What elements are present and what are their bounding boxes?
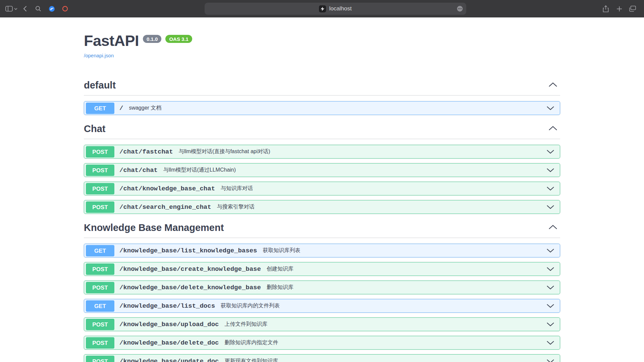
chevron-up-icon <box>548 225 557 231</box>
endpoint-summary: 与llm模型对话(通过LLMChain) <box>163 167 236 174</box>
endpoint-path: /knowledge_base/delete_knowledge_base <box>119 284 261 291</box>
endpoint-path: / <box>119 105 123 112</box>
endpoint-row[interactable]: GET /knowledge_base/list_knowledge_bases… <box>84 244 560 257</box>
chevron-down-icon <box>542 267 554 271</box>
section-endpoints: POST /chat/fastchat 与llm模型对话(直接与fastchat… <box>84 145 560 214</box>
oas-badge: OAS 3.1 <box>165 35 192 43</box>
chevron-down-icon <box>542 322 554 326</box>
endpoint-row[interactable]: POST /knowledge_base/upload_doc 上传文件到知识库 <box>84 317 560 331</box>
endpoint-summary: 与llm模型对话(直接与fastchat api对话) <box>179 148 270 155</box>
ellipsis-circle-icon[interactable] <box>457 6 463 13</box>
endpoint-path: /knowledge_base/delete_doc <box>119 339 219 347</box>
endpoint-path: /knowledge_base/create_knowledge_base <box>119 265 261 273</box>
method-badge: POST <box>86 263 114 275</box>
method-badge: POST <box>86 201 114 213</box>
method-badge: GET <box>86 300 114 312</box>
section-title: default <box>84 80 116 91</box>
endpoint-path: /chat/search_engine_chat <box>119 203 211 211</box>
chevron-down-icon <box>542 168 554 172</box>
share-icon <box>603 5 609 12</box>
endpoint-summary: 获取知识库内的文件列表 <box>221 302 280 309</box>
toolbar-left-group <box>5 3 71 14</box>
method-badge: GET <box>86 103 114 114</box>
address-bar[interactable]: localhost <box>205 3 466 15</box>
back-button[interactable] <box>19 3 31 14</box>
method-badge: POST <box>86 146 114 158</box>
endpoint-row[interactable]: POST /chat/fastchat 与llm模型对话(直接与fastchat… <box>84 145 560 159</box>
method-badge: POST <box>86 183 114 194</box>
sidebar-icon <box>5 5 13 12</box>
share-button[interactable] <box>600 3 612 14</box>
method-badge: POST <box>86 282 114 293</box>
endpoint-row[interactable]: POST /chat/chat 与llm模型对话(通过LLMChain) <box>84 163 560 177</box>
endpoint-path: /chat/chat <box>119 167 158 174</box>
back-icon <box>23 6 27 12</box>
endpoint-row[interactable]: POST /knowledge_base/delete_knowledge_ba… <box>84 281 560 294</box>
section-endpoints: GET / swagger 文档 <box>84 101 560 115</box>
endpoint-row[interactable]: GET / swagger 文档 <box>84 101 560 115</box>
section-header[interactable]: default <box>84 76 560 96</box>
chevron-down-icon <box>542 359 554 362</box>
section-header[interactable]: Knowledge Base Management <box>84 219 560 238</box>
search-icon <box>35 6 41 12</box>
new-tab-button[interactable] <box>613 3 625 14</box>
endpoint-summary: 删除知识库 <box>267 284 293 291</box>
section-endpoints: GET /knowledge_base/list_knowledge_bases… <box>84 244 560 362</box>
tab-overview-button[interactable] <box>627 3 639 14</box>
page-title: FastAPI <box>84 32 139 50</box>
swagger-ui-page: FastAPI 0.1.0 OAS 3.1 /openapi.json defa… <box>84 17 560 362</box>
endpoint-path: /knowledge_base/upload_doc <box>119 321 219 328</box>
chevron-down-icon <box>542 304 554 308</box>
endpoint-row[interactable]: POST /knowledge_base/delete_doc 删除知识库内指定… <box>84 336 560 350</box>
chevron-up-icon <box>548 126 557 132</box>
site-favicon-lightning-icon <box>319 5 326 12</box>
chevron-down-icon <box>542 285 554 290</box>
openapi-spec-link[interactable]: /openapi.json <box>84 53 114 58</box>
endpoint-summary: 删除知识库内指定文件 <box>224 339 278 346</box>
browser-toolbar: localhost <box>0 0 644 17</box>
endpoint-summary: 更新现有文件到知识库 <box>224 358 278 362</box>
endpoint-row[interactable]: GET /knowledge_base/list_docs 获取知识库内的文件列… <box>84 299 560 313</box>
endpoint-path: /chat/knowledge_base_chat <box>119 185 215 192</box>
section-title: Knowledge Base Management <box>84 222 224 233</box>
method-badge: POST <box>86 356 114 362</box>
pinned-app-button-2[interactable] <box>59 3 71 14</box>
sidebar-toggle-button[interactable] <box>5 3 17 14</box>
pinned-app-button-1[interactable] <box>46 3 58 14</box>
version-badge: 0.1.0 <box>143 35 161 43</box>
ring-app-icon <box>62 6 68 12</box>
tab-overview-icon <box>629 6 636 12</box>
search-button[interactable] <box>32 3 44 14</box>
chevron-down-icon <box>542 205 554 209</box>
endpoint-summary: 上传文件到知识库 <box>224 321 267 328</box>
method-badge: POST <box>86 165 114 176</box>
endpoint-row[interactable]: POST /knowledge_base/create_knowledge_ba… <box>84 262 560 276</box>
api-section: Chat POST /chat/fastchat 与llm模型对话(直接与fas… <box>84 120 560 214</box>
endpoint-path: /knowledge_base/update_doc <box>119 358 219 362</box>
endpoint-summary: 与搜索引擎对话 <box>217 203 255 210</box>
endpoint-row[interactable]: POST /knowledge_base/update_doc 更新现有文件到知… <box>84 354 560 362</box>
api-sections: default GET / swagger 文档 Chat <box>84 76 560 362</box>
endpoint-row[interactable]: POST /chat/knowledge_base_chat 与知识库对话 <box>84 182 560 195</box>
endpoint-path: /knowledge_base/list_docs <box>119 302 215 310</box>
endpoint-summary: swagger 文档 <box>129 105 161 112</box>
section-header[interactable]: Chat <box>84 120 560 139</box>
section-title: Chat <box>84 123 105 134</box>
chevron-down-icon <box>14 8 17 10</box>
url-text: localhost <box>329 5 352 12</box>
chevron-up-icon <box>548 82 557 88</box>
toolbar-right-group <box>600 3 639 14</box>
method-badge: GET <box>86 245 114 256</box>
endpoint-path: /knowledge_base/list_knowledge_bases <box>119 247 257 254</box>
chevron-down-icon <box>542 341 554 345</box>
endpoint-summary: 创建知识库 <box>267 265 293 273</box>
bird-app-icon <box>49 6 55 12</box>
api-section: default GET / swagger 文档 <box>84 76 560 115</box>
new-tab-icon <box>616 6 622 12</box>
endpoint-path: /chat/fastchat <box>119 148 173 156</box>
chevron-down-icon <box>542 186 554 191</box>
endpoint-row[interactable]: POST /chat/search_engine_chat 与搜索引擎对话 <box>84 200 560 214</box>
endpoint-summary: 获取知识库列表 <box>263 247 300 254</box>
method-badge: POST <box>86 337 114 349</box>
method-badge: POST <box>86 319 114 330</box>
